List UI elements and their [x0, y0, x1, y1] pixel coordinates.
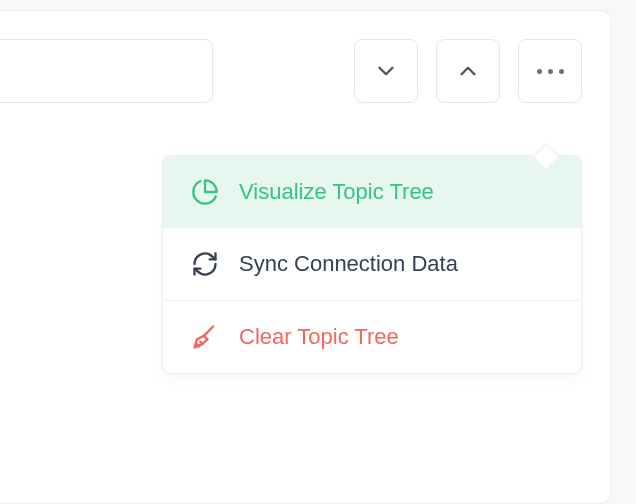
menu-item-label: Clear Topic Tree	[239, 324, 399, 350]
collapse-up-button[interactable]	[436, 39, 500, 103]
menu-item-label: Visualize Topic Tree	[239, 179, 434, 205]
toolbar	[0, 11, 610, 103]
broom-icon	[191, 323, 219, 351]
chevron-up-icon	[455, 58, 481, 84]
more-options-button[interactable]	[518, 39, 582, 103]
menu-item-sync-connection-data[interactable]: Sync Connection Data	[163, 228, 581, 300]
menu-item-visualize-topic-tree[interactable]: Visualize Topic Tree	[163, 156, 581, 228]
pie-chart-icon	[191, 178, 219, 206]
chevron-down-icon	[373, 58, 399, 84]
main-panel: Visualize Topic Tree Sync Connection Dat…	[0, 10, 611, 504]
menu-item-label: Sync Connection Data	[239, 251, 458, 277]
more-options-menu: Visualize Topic Tree Sync Connection Dat…	[162, 155, 582, 374]
more-horizontal-icon	[537, 69, 564, 74]
search-input[interactable]	[0, 39, 213, 103]
menu-item-clear-topic-tree[interactable]: Clear Topic Tree	[163, 301, 581, 373]
refresh-icon	[191, 250, 219, 278]
expand-down-button[interactable]	[354, 39, 418, 103]
